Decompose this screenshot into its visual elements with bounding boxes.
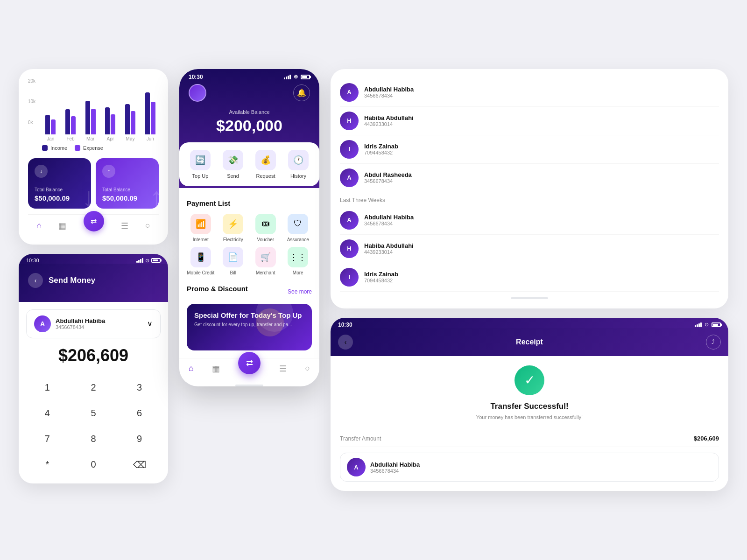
action-request[interactable]: 💰 Request [255, 150, 276, 179]
success-checkmark-icon: ✓ [514, 365, 544, 395]
numpad-7[interactable]: 7 [26, 428, 69, 450]
send-back-button[interactable]: ‹ [28, 273, 43, 288]
payment-more[interactable]: ⋮⋮ More [284, 247, 312, 275]
nav-fab-button[interactable]: ⇄ [84, 211, 104, 231]
receipt-recipient-name: Abdullahi Habiba [370, 461, 420, 468]
notification-bell-button[interactable]: 🔔 [293, 84, 310, 101]
contact-phone-3: 7094458432 [364, 150, 398, 155]
promo-card-subtitle: Get discount for every top up, transfer … [194, 322, 304, 328]
nav-home-icon[interactable]: ⌂ [36, 221, 42, 231]
right-column: A Abdullahi Habiba 3456678434 H Habiba A… [331, 69, 728, 491]
numpad-5[interactable]: 5 [72, 402, 115, 424]
week-name-3: Idris Zainab [364, 271, 398, 278]
center-column: 10:30 ⊜ 🔔 [179, 69, 319, 386]
balance-card-income: ↓ Total Balance $50,000.09 ↓ [28, 158, 91, 209]
week-contact-row-3: I Idris Zainab 7094458432 [340, 263, 719, 292]
bill-label: Bill [230, 270, 236, 275]
see-more-button[interactable]: See more [288, 288, 312, 295]
numpad-8[interactable]: 8 [72, 428, 115, 450]
nav-list-icon[interactable]: ☰ [121, 221, 128, 231]
numpad-9[interactable]: 9 [118, 428, 161, 450]
send-money-card: 10:30 ⊜ ‹ Send Money A [19, 254, 168, 483]
income-icon: ↓ [35, 165, 48, 178]
available-label: Available Balance [189, 109, 310, 115]
x-may: May [122, 136, 139, 141]
contacts-card: A Abdullahi Habiba 3456678434 H Habiba A… [331, 69, 728, 308]
main-fab-button[interactable]: ⇄ [238, 352, 261, 374]
numpad-delete[interactable]: ⌫ [118, 454, 161, 476]
receipt-back-button[interactable]: ‹ [338, 335, 353, 350]
recipient-selector[interactable]: A Abdullahi Habiba 3456678434 ∨ [26, 309, 161, 338]
electricity-icon: ⚡ [223, 214, 243, 234]
assurance-icon: 🛡 [288, 214, 308, 234]
contact-avatar-3: I [340, 140, 359, 159]
dashboard-card: 20k 10k 0k Jan Feb [19, 69, 168, 245]
x-jan: Jan [42, 136, 59, 141]
payment-bill[interactable]: 📄 Bill [219, 247, 247, 275]
receipt-success-title: Transfer Successful! [340, 402, 719, 411]
week-phone-1: 3456678434 [364, 221, 414, 226]
nav-chart-icon[interactable]: ▦ [58, 221, 66, 231]
numpad-2[interactable]: 2 [72, 377, 115, 399]
send-money-header: ‹ Send Money [19, 264, 168, 302]
chart-area: 20k 10k 0k Jan Feb [28, 78, 159, 151]
main-nav-chart-icon[interactable]: ▦ [212, 364, 220, 374]
numpad-1[interactable]: 1 [26, 377, 69, 399]
payment-internet[interactable]: 📶 Internet [187, 214, 215, 242]
voucher-icon: 🎟 [255, 214, 276, 234]
send-amount: $206,609 [26, 346, 161, 365]
quick-actions: 🔄 Top Up 💸 Send 💰 Request 🕐 History [179, 142, 319, 186]
numpad-0[interactable]: 0 [72, 454, 115, 476]
chart-y-axis: 20k 10k 0k [28, 78, 35, 125]
send-money-body: A Abdullahi Habiba 3456678434 ∨ $206,609… [19, 302, 168, 483]
contact-phone-2: 4439233014 [364, 121, 414, 127]
more-icon: ⋮⋮ [288, 247, 308, 267]
numpad-6[interactable]: 6 [118, 402, 161, 424]
balance-cards: ↓ Total Balance $50,000.09 ↓ ↑ Total Bal… [28, 158, 159, 209]
contact-name-3: Idris Zainab [364, 143, 398, 150]
scroll-indicator [235, 385, 263, 386]
balance-card-expense: ↑ Total Balance $50,000.09 ↑ [96, 158, 159, 209]
action-topup[interactable]: 🔄 Top Up [190, 150, 211, 179]
send-money-title: Send Money [49, 276, 95, 285]
payment-voucher[interactable]: 🎟 Voucher [252, 214, 280, 242]
payment-assurance[interactable]: 🛡 Assurance [284, 214, 312, 242]
receipt-title: Receipt [516, 338, 543, 346]
action-history[interactable]: 🕐 History [288, 150, 309, 179]
main-nav-profile-icon[interactable]: ○ [305, 364, 310, 373]
contact-row-1: A Abdullahi Habiba 3456678434 [340, 78, 719, 107]
left-column: 20k 10k 0k Jan Feb [19, 69, 168, 483]
contact-row-4: A Abdul Rasheeda 3456678434 [340, 164, 719, 192]
main-nav-list-icon[interactable]: ☰ [279, 364, 287, 374]
numpad-3[interactable]: 3 [118, 377, 161, 399]
recipient-avatar: A [34, 315, 51, 332]
expense-label: Expense [83, 145, 103, 151]
nav-profile-icon[interactable]: ○ [145, 221, 150, 231]
electricity-label: Electricity [223, 237, 243, 242]
receipt-share-button[interactable]: ⤴ [706, 335, 721, 350]
merchant-label: Merchant [256, 270, 275, 275]
week-contact-row-2: H Habiba Abdullahi 4439233014 [340, 235, 719, 263]
main-nav-home-icon[interactable]: ⌂ [189, 364, 194, 373]
receipt-header: ‹ Receipt ⤴ [331, 328, 728, 356]
numpad-4[interactable]: 4 [26, 402, 69, 424]
income-card-amount: $50,000.09 [35, 194, 85, 202]
numpad-star[interactable]: * [26, 454, 69, 476]
dashboard-bottom-nav: ⌂ ▦ ⇄ ☰ ○ [28, 214, 159, 235]
week-phone-2: 4439233014 [364, 249, 414, 255]
main-profile-pic [189, 84, 206, 102]
receipt-success-subtitle: Your money has been transferred successf… [340, 414, 719, 421]
screen-container: 20k 10k 0k Jan Feb [0, 50, 747, 510]
send-time: 10:30 [26, 258, 39, 263]
payment-merchant[interactable]: 🛒 Merchant [252, 247, 280, 275]
payment-mobile-credit[interactable]: 📱 Mobile Credit [187, 247, 215, 275]
send-label: Send [227, 173, 239, 179]
recipient-info: Abdullahi Habiba 3456678434 [56, 317, 142, 330]
payment-electricity[interactable]: ⚡ Electricity [219, 214, 247, 242]
y-label-10k: 10k [28, 99, 35, 104]
promo-card: Special Offer for Today's Top Up Get dis… [187, 304, 312, 350]
week-avatar-2: H [340, 239, 359, 258]
action-send[interactable]: 💸 Send [223, 150, 243, 179]
legend-income: Income [42, 145, 67, 151]
transfer-label: Transfer Amount [340, 435, 381, 442]
